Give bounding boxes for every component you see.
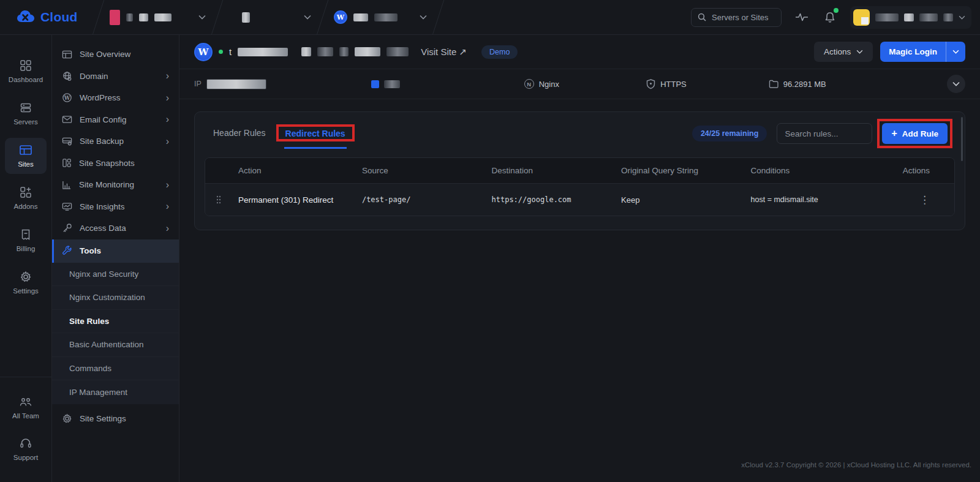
wordpress-icon: W	[62, 92, 72, 103]
redacted-block	[943, 13, 953, 21]
rule-action: Permanent (301) Redirect	[233, 195, 357, 205]
key-icon	[62, 223, 72, 233]
xcloud-logo[interactable]: Cloud	[0, 9, 98, 25]
dashboard-grid-icon	[20, 59, 32, 72]
site-rules-card: Header Rules Redirect Rules 24/25 remain…	[194, 111, 965, 230]
tab-header-rules[interactable]: Header Rules	[212, 121, 267, 146]
team-selector[interactable]	[99, 0, 217, 35]
rule-query-string: Keep	[616, 195, 746, 205]
snapshots-icon	[62, 158, 72, 168]
sidebar-item-site-insights[interactable]: Site Insights ›	[52, 196, 179, 218]
global-search-input[interactable]	[712, 13, 775, 22]
search-rules-input[interactable]	[777, 123, 872, 144]
sidebar-item-site-backup[interactable]: Site Backup ›	[52, 130, 179, 153]
rail-item-billing[interactable]: Billing	[5, 222, 47, 258]
wordpress-site-icon: W	[194, 43, 213, 61]
shield-icon	[646, 79, 655, 89]
redacted-block	[875, 13, 899, 21]
table-header-row: Action Source Destination Original Query…	[205, 158, 954, 183]
rule-source: /test-page/	[357, 195, 487, 204]
add-rule-wrap: + Add Rule	[882, 123, 948, 144]
ssl-cell: HTTPS	[646, 79, 769, 89]
backup-card-icon	[62, 137, 72, 146]
card-scrollbar[interactable]	[961, 117, 963, 161]
tab-redirect-rules[interactable]: Redirect Rules	[284, 121, 347, 149]
visit-site-link[interactable]: Visit Site ↗	[421, 47, 467, 58]
sidebar-item-email-config[interactable]: Email Config ›	[52, 109, 179, 131]
global-search[interactable]	[691, 8, 782, 27]
notification-dot	[834, 8, 839, 13]
redacted-block	[355, 47, 380, 56]
chevron-down-icon	[198, 15, 206, 20]
sidebar-item-basic-authentication[interactable]: Basic Authentication	[52, 333, 179, 357]
rail-item-servers[interactable]: Servers	[5, 96, 47, 132]
site-selector[interactable]: W	[323, 0, 438, 35]
magic-login-chevron[interactable]	[946, 42, 965, 62]
billing-receipt-icon	[20, 228, 32, 241]
web-server-cell: N Nginx	[524, 79, 647, 89]
site-header: W t Visit Site ↗ Demo Actions Magi	[179, 35, 980, 69]
info-bar-expand-button[interactable]	[947, 75, 965, 93]
sidebar-item-nginx-and-security[interactable]: Nginx and Security	[52, 263, 179, 287]
rules-tabs: Header Rules Redirect Rules 24/25 remain…	[205, 121, 955, 154]
sidebar-item-site-overview[interactable]: Site Overview	[52, 43, 179, 66]
notifications-bell-icon[interactable]	[822, 9, 838, 25]
brand-name: Cloud	[40, 10, 77, 24]
servers-icon	[20, 102, 32, 114]
sidebar-item-site-snapshots[interactable]: Site Snapshots	[52, 153, 179, 175]
redacted-block	[374, 13, 398, 21]
rail-item-support[interactable]: Support	[5, 432, 47, 467]
chevron-right-icon: ›	[166, 93, 169, 103]
headset-icon	[20, 438, 32, 450]
col-source: Source	[357, 166, 487, 175]
plus-icon: +	[891, 129, 897, 138]
redacted-block	[386, 47, 409, 56]
sidebar-item-nginx-customization[interactable]: Nginx Customization	[52, 286, 179, 310]
rail-item-addons[interactable]: Addons	[5, 180, 47, 216]
redacted-block	[904, 13, 914, 21]
magic-login-button[interactable]: Magic Login	[880, 42, 965, 62]
sidebar-item-ip-management[interactable]: IP Management	[52, 380, 179, 404]
sidebar-item-commands[interactable]: Commands	[52, 357, 179, 381]
add-rule-button[interactable]: + Add Rule	[882, 123, 948, 144]
rule-conditions: host = mdismail.site	[746, 195, 881, 204]
site-header-actions: Actions Magic Login	[814, 42, 965, 62]
search-icon	[698, 13, 706, 21]
server-selector[interactable]	[217, 0, 322, 35]
redacted-block	[301, 47, 311, 56]
rail-item-sites[interactable]: Sites	[5, 138, 47, 174]
tools-submenu: Nginx and Security Nginx Customization S…	[52, 263, 179, 404]
actions-dropdown-button[interactable]: Actions	[814, 42, 873, 62]
col-conditions: Conditions	[746, 166, 881, 175]
avatar	[853, 9, 870, 26]
chevron-right-icon: ›	[166, 201, 169, 211]
user-menu[interactable]	[850, 6, 971, 29]
rail-item-dashboard[interactable]: Dashboard	[5, 53, 47, 89]
activity-pulse-icon[interactable]	[794, 9, 810, 25]
chevron-down-icon	[959, 15, 965, 20]
browser-icon	[62, 50, 72, 59]
sidebar-item-site-rules[interactable]: Site Rules	[52, 310, 179, 334]
php-square-icon	[371, 80, 379, 88]
remaining-badge: 24/25 remaining	[692, 126, 767, 141]
rail-item-settings[interactable]: Settings	[5, 265, 47, 301]
sidebar-item-tools[interactable]: Tools	[52, 239, 179, 263]
table-row: Permanent (301) Redirect /test-page/ htt…	[205, 183, 954, 216]
team-people-icon	[19, 397, 32, 408]
gear-icon	[20, 271, 32, 283]
sidebar-item-site-monitoring[interactable]: Site Monitoring ›	[52, 174, 179, 196]
row-kebab-menu[interactable]: ⋮	[919, 195, 930, 205]
sidebar-item-wordpress[interactable]: W WordPress ›	[52, 87, 179, 109]
redacted-block	[154, 13, 172, 21]
rail-item-all-team[interactable]: All Team	[5, 391, 47, 426]
wordpress-icon: W	[334, 10, 347, 24]
sidebar-item-domain[interactable]: Domain ›	[52, 66, 179, 88]
sidebar-item-access-data[interactable]: Access Data ›	[52, 217, 179, 239]
sidebar-item-site-settings[interactable]: Site Settings	[52, 408, 179, 430]
app-shell: Dashboard Servers Sites Addons	[0, 35, 980, 482]
ip-cell: IP	[194, 79, 371, 89]
chevron-right-icon: ›	[166, 137, 169, 146]
redacted-block	[384, 80, 400, 88]
app-root: Cloud W	[0, 0, 980, 482]
drag-handle[interactable]	[205, 195, 233, 204]
